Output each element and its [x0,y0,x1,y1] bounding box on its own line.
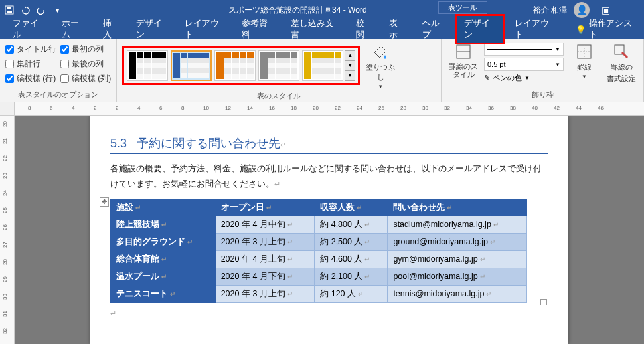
table-header[interactable]: オープン日↵ [215,199,315,216]
border-painter-label1: 罫線の [611,62,633,72]
svg-rect-2 [7,7,11,9]
ribbon-tabs: ファイル ホーム 挿入 デザイン レイアウト 参考資料 差し込み文書 校閲 表示… [0,20,644,39]
table-style-thumb[interactable] [171,50,212,81]
undo-icon[interactable] [20,5,31,15]
vertical-ruler[interactable]: 20212223242526272829303132 [0,116,15,344]
table-cell[interactable]: pool@midoriyama.lg.jp↵ [388,268,527,285]
chk-banded-cols[interactable]: 縞模様 (列) [60,73,111,84]
table-cell[interactable]: 約 4,600 人↵ [315,250,388,268]
tab-design[interactable]: デザイン [127,15,177,44]
heading[interactable]: 5.3 予約に関する問い合わせ先↵ [110,135,548,154]
table-header[interactable]: 施設↵ [111,199,216,216]
table-cell[interactable]: gym@midoriyama.lg.jp↵ [388,250,527,268]
chk-last-col[interactable]: 最後の列 [60,58,111,70]
chk-first-col[interactable]: 最初の列 [60,44,111,55]
border-styles-button[interactable]: 罫線のスタイル [447,41,480,78]
pen-color-select[interactable]: ✎ペンの色▼ [484,73,564,83]
pen-style-select[interactable]: ▼ [484,43,564,56]
row-header[interactable]: 温水プール↵ [111,268,216,285]
tab-view[interactable]: 表示 [380,15,414,44]
table-cell[interactable]: 約 2,100 人↵ [315,268,388,285]
table-style-thumb[interactable] [302,50,343,81]
ribbon-display-icon[interactable]: ▣ [596,5,615,15]
table-cell[interactable]: 2020 年 4 月中旬↵ [215,216,315,233]
pen-icon: ✎ [484,74,490,82]
tab-table-layout[interactable]: レイアウト [506,15,563,44]
pen-weight-select[interactable]: 0.5 pt▼ [484,58,564,71]
shading-button[interactable]: 塗りつぶし ▼ [364,41,397,90]
qat-customize-icon[interactable]: ▾ [52,5,62,15]
table-header[interactable]: 問い合わせ先↵ [388,199,527,216]
row-header[interactable]: 総合体育館↵ [111,250,216,268]
heading-number: 5.3 [110,137,127,150]
chk-label: 縞模様 (列) [72,73,111,84]
tab-review[interactable]: 校閲 [347,15,380,44]
tab-references[interactable]: 参考資料 [233,15,282,44]
body-paragraph[interactable]: 各施設の概要、予約方法、料金、施設の利用ルールなどに関する問い合わせは、以下のメ… [110,161,548,192]
table-row[interactable]: 総合体育館↵2020 年 4 月上旬↵約 4,600 人↵gym@midoriy… [111,250,527,268]
chevron-down-icon: ▼ [555,62,560,68]
chevron-down-icon: ▼ [378,84,383,90]
row-header[interactable]: 陸上競技場↵ [111,216,216,233]
para-text: 各施設の概要、予約方法、料金、施設の利用ルールなどに関する問い合わせは、以下のメ… [110,163,542,189]
chk-label: タイトル行 [17,44,56,55]
highlight-box: ▲ ▼ ▾ [122,46,360,85]
contact-table[interactable]: 施設↵オープン日↵収容人数↵問い合わせ先↵陸上競技場↵2020 年 4 月中旬↵… [110,199,527,303]
table-style-thumb[interactable] [127,50,168,81]
tell-me[interactable]: 💡 操作アシスト [567,15,644,44]
table-row[interactable]: 陸上競技場↵2020 年 4 月中旬↵約 4,800 人↵stadium@mid… [111,216,527,233]
table-style-thumb[interactable] [214,50,256,81]
table-cell[interactable]: 2020 年 3 月上旬↵ [215,285,315,302]
table-cell[interactable]: 約 120 人↵ [315,285,388,302]
table-row[interactable]: テニスコート↵2020 年 3 月上旬↵約 120 人↵tennis@midor… [111,285,527,302]
border-painter-icon [612,43,631,61]
table-cell[interactable]: 約 4,800 人↵ [315,216,388,233]
tab-file[interactable]: ファイル [4,15,53,44]
row-header[interactable]: テニスコート↵ [111,285,216,302]
border-painter-button[interactable]: 罫線の 書式設定 [605,41,638,84]
save-icon[interactable] [4,5,15,15]
lightbulb-icon: 💡 [576,25,586,35]
quick-access-toolbar: ▾ [4,5,62,15]
chk-banded-rows[interactable]: 縞模様 (行) [5,73,56,84]
redo-icon[interactable] [36,5,46,15]
table-header[interactable]: 収容人数↵ [315,199,388,216]
tab-mailings[interactable]: 差し込み文書 [282,15,347,44]
row-header[interactable]: 多目的グラウンド↵ [111,233,216,250]
page-scroll[interactable]: 5.3 予約に関する問い合わせ先↵ 各施設の概要、予約方法、料金、施設の利用ルー… [15,116,644,344]
pen-weight-value: 0.5 pt [487,60,506,68]
border-styles-label: 罫線のスタイル [447,62,480,78]
user-name[interactable]: 裕介 相澤 [533,5,567,16]
empty-paragraph[interactable]: ↵ [110,305,548,321]
table-cell[interactable]: stadium@midoriyama.lg.jp↵ [388,216,527,233]
table-style-gallery[interactable] [127,50,343,81]
table-cell[interactable]: ground@midoriyama.lg.jp↵ [388,233,527,250]
tab-home[interactable]: ホーム [53,15,94,44]
tab-layout[interactable]: レイアウト [176,15,233,44]
table-cell[interactable]: 2020 年 4 月上旬↵ [215,250,315,268]
table-cell[interactable]: 2020 年 3 月上旬↵ [215,233,315,250]
bucket-icon [371,43,390,61]
table-row[interactable]: 温水プール↵2020 年 4 月下旬↵約 2,100 人↵pool@midori… [111,268,527,285]
table-cell[interactable]: 2020 年 4 月下旬↵ [215,268,315,285]
table-resize-handle-icon[interactable] [540,299,547,305]
table-style-thumb[interactable] [258,50,299,81]
borders-button[interactable]: 罫線 ▼ [568,41,601,80]
tab-table-design[interactable]: デザイン [455,14,505,44]
tab-help[interactable]: ヘルプ [414,15,455,44]
chk-label: 縞模様 (行) [17,73,56,84]
table-cell[interactable]: tennis@midoriyama.lg.jp↵ [388,285,527,302]
tab-insert[interactable]: 挿入 [94,15,127,44]
borders-label: 罫線 [577,62,592,72]
chk-label: 集計行 [17,58,40,70]
table-row[interactable]: 多目的グラウンド↵2020 年 3 月上旬↵約 2,500 人↵ground@m… [111,233,527,250]
gallery-down-icon[interactable]: ▼ [345,61,355,71]
gallery-more-icon[interactable]: ▾ [345,71,355,80]
table-cell[interactable]: 約 2,500 人↵ [315,233,388,250]
gallery-up-icon[interactable]: ▲ [345,51,355,61]
minimize-icon[interactable]: — [621,5,640,15]
table-move-handle-icon[interactable]: ✥ [100,197,109,207]
horizontal-ruler[interactable]: 8642246810121416182022242628303234363840… [15,102,644,116]
chk-total-row[interactable]: 集計行 [5,58,56,70]
chk-header-row[interactable]: タイトル行 [5,44,56,55]
